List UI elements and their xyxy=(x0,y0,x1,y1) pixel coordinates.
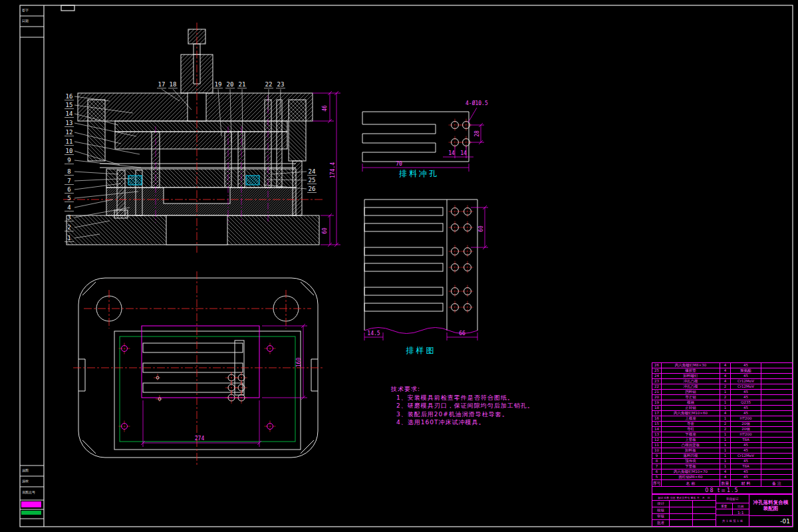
dim-margin: 14.5 xyxy=(367,331,380,336)
layer-swatch-green xyxy=(21,511,41,515)
tech-notes: 技术要求: 1、安装模具前检查零件是否符合图纸。 2、研磨模具刃口，保证间隙均匀… xyxy=(391,385,534,427)
table-row: 20导正销245 xyxy=(652,395,792,400)
scale-label: 比例 xyxy=(733,503,749,509)
dim-width: 70 xyxy=(396,161,402,167)
sheet-info: 共 1 张 第 1 张 xyxy=(716,515,749,526)
dim-upper-plate: 46 xyxy=(322,105,328,112)
table-row: 17内六角螺钉M10×60445 xyxy=(652,411,792,416)
table-row: 23冲孔凸模4Cr12MoV xyxy=(652,379,792,384)
guide-bushing-right xyxy=(289,100,306,161)
table-row: 18止转销145 xyxy=(652,406,792,411)
part-number: 16 xyxy=(66,93,73,100)
margin-label: 签字 xyxy=(22,9,29,12)
part-number: 6 xyxy=(67,186,70,193)
punch-detail-label: 排料冲孔 xyxy=(399,169,439,178)
punch-holder-plate xyxy=(115,132,287,149)
table-row: 7下垫板1T8A xyxy=(652,464,792,469)
title-block-header: 标记 处数 分区 更改文件号 签名 年、月、日 xyxy=(652,495,716,501)
parts-table-rows: 26内六角螺钉M8×3044525橡胶垫4聚氨酯24卸料螺钉44523冲孔凸模4… xyxy=(652,363,792,480)
part-number: 25 xyxy=(309,177,316,184)
role-design: 设计 xyxy=(652,501,670,507)
margin-label: 描校 xyxy=(22,479,29,483)
layer-swatch-magenta xyxy=(21,501,41,507)
dim-plan-height: 160 xyxy=(296,358,302,368)
part-number: 5 xyxy=(67,195,70,201)
part-number: 15 xyxy=(66,102,73,108)
parts-table-header: 序号 名 称 数量 材 料 备 注 xyxy=(652,480,792,487)
dim-strip-width: 66 xyxy=(459,331,466,336)
dim-total-height: 174.4 xyxy=(330,162,336,178)
part-number: 23 xyxy=(277,81,285,88)
part-number: 11 xyxy=(66,138,73,145)
table-row: 15导套220钢 xyxy=(652,422,792,427)
strip-layout-label: 排样图 xyxy=(406,346,436,355)
dim-step: 60 xyxy=(478,225,484,232)
table-row: 11凸模固定板145 xyxy=(652,443,792,448)
margin-label: 描图 xyxy=(22,469,29,472)
margin-label: 日期 xyxy=(22,19,29,23)
part-number: 20 xyxy=(227,81,234,88)
table-row: 24卸料螺钉445 xyxy=(652,374,792,379)
die-slot xyxy=(143,343,243,352)
margin-label: 底图总号 xyxy=(22,491,35,494)
part-number: 10 xyxy=(66,148,73,154)
stage-label: 阶段标记 xyxy=(716,495,749,503)
tech-notes-title: 技术要求: xyxy=(391,385,534,394)
tech-note-line: 3、装配后用20#机油润滑导柱导套。 xyxy=(391,410,534,419)
part-number: 1 xyxy=(67,235,70,241)
table-row: 16上模座1HT200 xyxy=(652,416,792,422)
part-number: 19 xyxy=(215,81,222,88)
strip-slot xyxy=(364,207,443,215)
part-number: 22 xyxy=(265,81,273,88)
rubber-block xyxy=(246,176,259,185)
part-number: 18 xyxy=(170,81,177,88)
table-row: 13下模座1HT200 xyxy=(652,432,792,438)
table-row: 25橡胶垫4聚氨酯 xyxy=(652,368,792,374)
role-check: 校核 xyxy=(652,507,670,513)
strip-slots-holes xyxy=(364,205,474,314)
strip-slot xyxy=(364,287,443,295)
parts-table: 26内六角螺钉M8×3044525橡胶垫4聚氨酯24卸料螺钉44523冲孔凸模4… xyxy=(652,362,793,494)
dim-plan-width: 274 xyxy=(195,436,205,442)
part-number: 9 xyxy=(67,157,70,164)
material-row: 08 t=1.5 xyxy=(652,487,792,493)
section-view xyxy=(66,29,319,245)
table-row: 6内六角螺钉M10×70445 xyxy=(652,469,792,475)
table-row: 19模柄1Q235 xyxy=(652,400,792,406)
detail-dims: 4-Ø10.5 28 70 14 14 xyxy=(362,100,488,172)
table-row: 5圆柱销Ø8×60445 xyxy=(652,475,792,480)
strip-slot xyxy=(364,303,443,311)
part-number: 17 xyxy=(158,81,166,88)
plan-dims: 274 160 xyxy=(143,326,307,447)
part-number: 14 xyxy=(66,110,73,117)
part-number: 24 xyxy=(309,168,316,175)
part-number: 8 xyxy=(67,168,70,175)
table-row: 26内六角螺钉M8×30445 xyxy=(652,363,792,368)
svg-text:14: 14 xyxy=(460,150,467,156)
tech-note-line: 4、选用160T冲床试冲模具。 xyxy=(391,418,534,427)
table-row: 12上垫板1T8A xyxy=(652,438,792,443)
part-number: 2 xyxy=(67,224,70,231)
dim-pitch: 28 xyxy=(474,130,480,137)
strip-slot xyxy=(364,263,443,271)
drawing-title: 冲孔落料复合模 装配图 xyxy=(749,495,792,516)
tech-note-line: 1、安装模具前检查零件是否符合图纸。 xyxy=(391,394,534,402)
dim-lower-plate: 60 xyxy=(322,227,328,234)
title-block: 标记 处数 分区 更改文件号 签名 年、月、日 设计 校核 审核 批准 阶段标记… xyxy=(652,494,793,527)
weight-label: 重量 xyxy=(716,503,733,509)
tech-note-line: 2、研磨模具刃口，保证间隙均匀后加工销孔。 xyxy=(391,402,534,410)
part-number: 26 xyxy=(309,186,316,192)
part-number: 13 xyxy=(66,120,73,126)
plan-view xyxy=(78,278,318,458)
drawing-number: -01 xyxy=(749,516,792,526)
role-approve: 批准 xyxy=(652,520,670,526)
part-number: 3 xyxy=(67,214,70,221)
table-row: 14导柱220钢 xyxy=(652,427,792,432)
part-number: 4 xyxy=(67,204,70,211)
strip-slot xyxy=(364,223,443,231)
part-number: 7 xyxy=(67,178,70,184)
scale-value: 1:1 xyxy=(733,509,749,515)
dim-holes: 4-Ø10.5 xyxy=(466,100,488,106)
cad-drawing[interactable]: 46 174.4 60 274 160 xyxy=(0,0,798,532)
table-row: 10卸料板145 xyxy=(652,448,792,454)
